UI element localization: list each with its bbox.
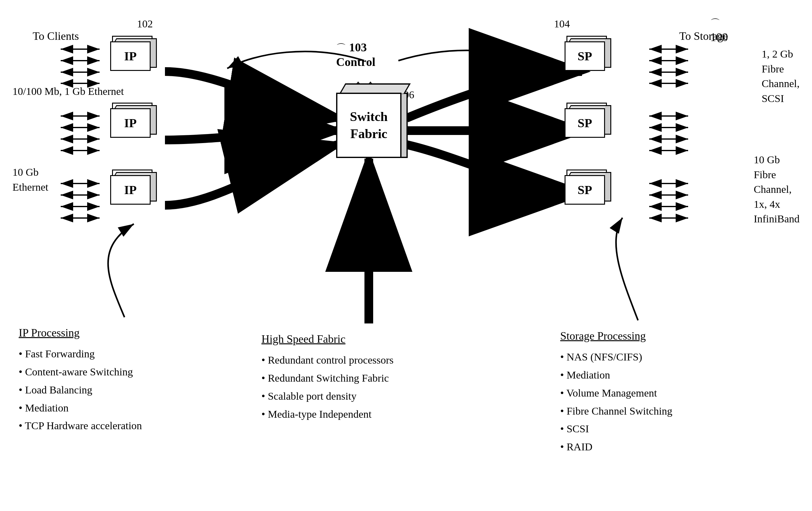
fibre-channel-1-2-label: 1, 2 GbFibreChannel,SCSI: [761, 47, 800, 106]
ip-item-2: • Content-aware Switching: [19, 363, 142, 381]
hs-item-1: • Redundant control processors: [261, 351, 394, 369]
sp-item-6: • RAID: [560, 438, 672, 456]
storage-processing-title: Storage Processing: [560, 327, 672, 345]
ip-item-4: • Mediation: [19, 399, 142, 417]
high-speed-title: High Speed Fabric: [261, 330, 394, 349]
ethernet-10gb-label: 10 GbEthernet: [12, 165, 48, 194]
ip-item-1: • Fast Forwarding: [19, 345, 142, 363]
to-clients-label: To Clients: [33, 30, 79, 42]
sp-item-2: • Mediation: [560, 366, 672, 384]
hs-item-3: • Scalable port density: [261, 387, 394, 405]
ref-104: 104: [554, 18, 570, 30]
ip-processing-box: IP Processing • Fast Forwarding • Conten…: [19, 324, 142, 435]
sp-box-bottom-wrapper: SP: [560, 170, 612, 232]
fibre-channel-10-label: 10 GbFibreChannel,1x, 4xInfiniBand: [754, 152, 800, 227]
ip-box-top-wrapper: IP: [106, 36, 157, 98]
ip-processing-title: IP Processing: [19, 324, 142, 342]
sp-box-mid-wrapper: SP: [560, 102, 612, 165]
high-speed-fabric-box: High Speed Fabric • Redundant control pr…: [261, 330, 394, 423]
sp-box-top-wrapper: SP: [560, 36, 612, 98]
to-storage-label: To Storage: [679, 30, 728, 42]
ip-item-5: • TCP Hardware acceleration: [19, 417, 142, 435]
hs-item-2: • Redundant Switching Fabric: [261, 369, 394, 387]
storage-processing-box: Storage Processing • NAS (NFS/CIFS) • Me…: [560, 327, 672, 456]
sp-item-5: • SCSI: [560, 420, 672, 438]
sp-item-3: • Volume Management: [560, 384, 672, 402]
sp-item-1: • NAS (NFS/CIFS): [560, 348, 672, 366]
ip-box-mid-wrapper: IP: [106, 102, 157, 165]
ip-box-bottom-wrapper: IP: [106, 170, 157, 232]
ref-102: 102: [137, 18, 153, 30]
sp-item-4: • Fibre Channel Switching: [560, 402, 672, 420]
hs-item-4: • Media-type Independent: [261, 405, 394, 423]
switch-fabric-top: [339, 83, 410, 94]
control-label: ⌒ 103 Control: [336, 40, 375, 69]
ip-item-3: • Load Balancing: [19, 381, 142, 399]
diagram-container: ⌒ 100 To Clients To Storage 10/100 Mb, 1…: [0, 0, 812, 511]
switch-fabric-box: SwitchFabric: [336, 93, 402, 158]
